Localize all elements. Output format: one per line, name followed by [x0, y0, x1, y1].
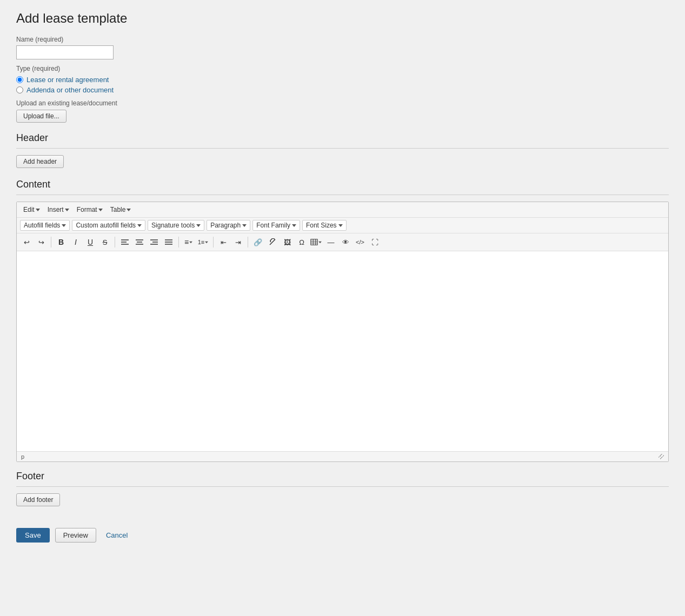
bold-button[interactable]: B [55, 236, 68, 249]
image-button[interactable]: 🖼 [281, 236, 294, 249]
footer-heading: Footer [16, 471, 669, 487]
font-family-chevron-icon [292, 224, 296, 227]
format-chevron-icon [98, 209, 103, 211]
paragraph-dropdown[interactable]: Paragraph [207, 220, 250, 231]
resize-handle-icon[interactable] [659, 454, 664, 459]
name-input[interactable] [16, 45, 114, 59]
preview-button[interactable]: Preview [55, 528, 96, 543]
bottom-actions: Save Preview Cancel [16, 528, 669, 543]
ol-chevron-icon [205, 241, 208, 243]
link-button[interactable]: 🔗 [251, 236, 264, 249]
outdent-button[interactable]: ⇤ [217, 236, 230, 249]
header-heading: Header [16, 132, 669, 149]
menu-table[interactable]: Table [107, 204, 135, 215]
horizontal-rule-button[interactable]: — [324, 236, 337, 249]
ul-chevron-icon [189, 241, 192, 243]
font-sizes-chevron-icon [338, 224, 343, 227]
editor-status-bar: p [17, 451, 668, 461]
svg-rect-13 [311, 239, 317, 245]
redo-button[interactable]: ↪ [35, 236, 48, 249]
unordered-list-button[interactable]: ≡ [182, 236, 195, 249]
radio-lease[interactable]: Lease or rental agreement [16, 76, 669, 84]
insert-chevron-icon [65, 209, 69, 211]
toolbar-row-2: Autofill fields Custom autofill fields S… [17, 218, 668, 233]
cancel-button[interactable]: Cancel [102, 528, 132, 542]
italic-button[interactable]: I [69, 236, 82, 249]
align-right-button[interactable] [148, 236, 161, 249]
add-footer-button[interactable]: Add footer [16, 493, 60, 506]
footer-section: Footer Add footer [16, 471, 669, 517]
sep4 [213, 237, 214, 247]
ordered-list-button[interactable]: 1≡ [197, 236, 210, 249]
undo-button[interactable]: ↩ [20, 236, 33, 249]
save-button[interactable]: Save [16, 528, 50, 543]
upload-label: Upload an existing lease/document [16, 99, 669, 107]
autofill-fields-dropdown[interactable]: Autofill fields [20, 220, 70, 231]
custom-autofill-dropdown[interactable]: Custom autofill fields [72, 220, 145, 231]
preview-toggle-button[interactable]: 👁 [339, 236, 352, 249]
custom-autofill-chevron-icon [137, 224, 142, 227]
editor-body[interactable] [17, 251, 668, 451]
lease-label[interactable]: Lease or rental agreement [26, 76, 109, 84]
menu-format[interactable]: Format [74, 204, 106, 215]
justify-button[interactable] [162, 236, 175, 249]
sep5 [248, 237, 248, 247]
source-code-button[interactable]: </> [354, 236, 367, 249]
addenda-label[interactable]: Addenda or other document [26, 86, 114, 94]
radio-addenda[interactable]: Addenda or other document [16, 86, 669, 94]
sep3 [178, 237, 179, 247]
table-insert-button[interactable] [310, 236, 323, 249]
underline-button[interactable]: U [84, 236, 97, 249]
page-title: Add lease template [16, 11, 669, 26]
toolbar-row-1: Edit Insert Format Table [17, 202, 668, 218]
fullscreen-button[interactable]: ⛶ [368, 236, 381, 249]
upload-file-button[interactable]: Upload file... [16, 110, 66, 123]
sep1 [51, 237, 51, 247]
content-heading: Content [16, 179, 669, 195]
menu-insert[interactable]: Insert [44, 204, 72, 215]
editor-path: p [21, 453, 24, 460]
edit-chevron-icon [36, 209, 40, 211]
strikethrough-button[interactable]: S [98, 236, 111, 249]
table-chevron-icon [318, 241, 322, 243]
unlink-button[interactable] [266, 236, 279, 249]
special-char-button[interactable]: Ω [295, 236, 308, 249]
signature-tools-dropdown[interactable]: Signature tools [148, 220, 204, 231]
table-chevron-icon [127, 209, 131, 211]
menu-edit[interactable]: Edit [20, 204, 43, 215]
autofill-chevron-icon [62, 224, 66, 227]
type-radio-group: Lease or rental agreement Addenda or oth… [16, 76, 669, 94]
editor-wrapper: Edit Insert Format Table Autofill fields [16, 202, 669, 462]
align-left-button[interactable] [118, 236, 131, 249]
toolbar-row-3: ↩ ↪ B I U S [17, 233, 668, 251]
sep2 [115, 237, 115, 247]
name-label: Name (required) [16, 36, 669, 43]
type-label: Type (required) [16, 65, 669, 72]
add-header-button[interactable]: Add header [16, 155, 64, 168]
paragraph-chevron-icon [242, 224, 247, 227]
font-family-dropdown[interactable]: Font Family [252, 220, 300, 231]
align-center-button[interactable] [133, 236, 146, 249]
font-sizes-dropdown[interactable]: Font Sizes [302, 220, 347, 231]
indent-button[interactable]: ⇥ [231, 236, 244, 249]
signature-chevron-icon [196, 224, 201, 227]
